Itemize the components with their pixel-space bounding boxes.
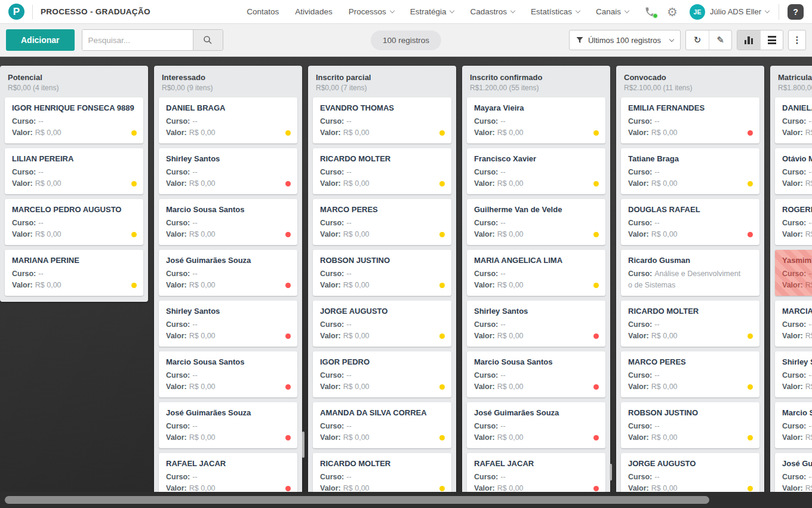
user-menu[interactable]: JE Júlio ADS Eller <box>690 4 769 20</box>
gear-icon[interactable]: ⚙ <box>667 6 678 18</box>
curso-label: Curso: <box>782 473 806 481</box>
filter-dropdown[interactable]: Últimos 100 registros <box>569 30 681 50</box>
kanban-card[interactable]: IGOR HENRIQUE FONSECA 9889Curso:--Valor:… <box>5 97 143 143</box>
logo-divider <box>32 5 33 19</box>
card-name: Shirley Santos <box>474 307 598 316</box>
kanban-column: Inscrito confirmadoR$1.200,00 (55 itens)… <box>462 66 610 508</box>
card-valor-row: Valor:R$ 0,00 <box>12 128 136 137</box>
kanban-card[interactable]: RICARDO MOLTERCurso:--Valor:R$ 0,00 <box>621 301 759 347</box>
curso-value: -- <box>346 219 351 227</box>
kanban-card[interactable]: IGOR PEDROCurso:--Valor:R$ 0,00 <box>313 351 451 397</box>
nav-item-estatisticas[interactable]: Estatísticas <box>531 7 580 16</box>
kanban-card[interactable]: Shirley SantosCurso:--Valor:R$ 0,00 <box>159 301 297 347</box>
kanban-card[interactable]: Marcio SouCurso:--Valor:R$ 0,00 <box>775 402 812 448</box>
add-button[interactable]: Adicionar <box>6 29 75 51</box>
card-name: MARIANA PERINE <box>12 256 136 265</box>
card-name: RICARDO MOLTER <box>628 307 752 316</box>
kanban-column: ConvocadoR$2.100,00 (11 itens)EMILIA FER… <box>616 66 764 508</box>
valor-value: R$ 0,00 <box>35 281 61 289</box>
kanban-card[interactable]: Mayara VieiraCurso:--Valor:R$ 0,00 <box>467 97 605 143</box>
kanban-card[interactable]: Marcio Sousa SantosCurso:--Valor:R$ 0,00 <box>159 199 297 245</box>
card-valor-row: Valor:R$ 0,00 <box>782 179 812 188</box>
column-subtotal: R$0,00 (4 itens) <box>8 84 140 92</box>
phone-icon[interactable] <box>644 6 656 18</box>
column-scrollbar[interactable] <box>610 464 612 481</box>
horizontal-scrollbar-track[interactable] <box>0 492 812 508</box>
search-input[interactable] <box>82 30 193 50</box>
kanban-card[interactable]: José Guimarães SouzaCurso:--Valor:R$ 0,0… <box>159 402 297 448</box>
nav-item-atividades[interactable]: Atividades <box>295 7 332 16</box>
kanban-card[interactable]: Francisco XavierCurso:--Valor:R$ 0,00 <box>467 148 605 194</box>
kanban-card[interactable]: DANIEL BRAGACurso:--Valor:R$ 0,00 <box>159 97 297 143</box>
app-logo[interactable]: P <box>8 4 24 20</box>
card-name: AMANDA DA SILVA CORREA <box>320 408 444 417</box>
kanban-card[interactable]: Yasmim CoCurso:--Valor:R$ 0,00 <box>775 250 812 296</box>
kanban-card[interactable]: Shirley SantosCurso:--Valor:R$ 0,00 <box>467 301 605 347</box>
kanban-column: Inscrito parcialR$0,00 (7 itens)EVANDRO … <box>308 66 456 508</box>
card-name: JORGE AUGUSTO <box>320 307 444 316</box>
kanban-view-button[interactable] <box>737 30 760 50</box>
kanban-card[interactable]: MARCIA LOCurso:--Valor:R$ 0,00 <box>775 301 812 347</box>
kanban-card[interactable]: MARIANA PERINECurso:--Valor:R$ 0,00 <box>5 250 143 296</box>
kanban-card[interactable]: ROBSON JUSTINOCurso:--Valor:R$ 0,00 <box>621 402 759 448</box>
edit-button[interactable]: ✎ <box>709 30 731 50</box>
nav-label: Contatos <box>247 7 279 16</box>
column-subtotal: R$1.800,00 ( <box>778 84 812 92</box>
kanban-card[interactable]: Shirley SantosCurso:--Valor:R$ 0,00 <box>159 148 297 194</box>
kanban-card[interactable]: ROGERIO CCurso:--Valor:R$ 0,00 <box>775 199 812 245</box>
valor-label: Valor: <box>782 128 803 137</box>
kanban-card[interactable]: LILIAN PEREIRACurso:--Valor:R$ 0,00 <box>5 148 143 194</box>
card-valor-row: Valor:R$ 0,00 <box>12 230 136 238</box>
card-name: Shirley San <box>782 357 812 366</box>
kanban-card[interactable]: EVANDRO THOMASCurso:--Valor:R$ 0,00 <box>313 97 451 143</box>
kanban-card[interactable]: MARCO PERESCurso:--Valor:R$ 0,00 <box>313 199 451 245</box>
nav-item-canais[interactable]: Canais <box>596 7 629 16</box>
column-header: ConvocadoR$2.100,00 (11 itens) <box>616 66 764 97</box>
kanban-card[interactable]: AMANDA DA SILVA CORREACurso:--Valor:R$ 0… <box>313 402 451 448</box>
card-valor-row: Valor:R$ 0,00 <box>474 128 598 137</box>
status-dot <box>748 435 753 440</box>
kanban-column: MatriculadoR$1.800,00 (DANIELA SCurso:--… <box>770 66 812 508</box>
more-options-button[interactable]: ⋮ <box>788 30 806 50</box>
kanban-card[interactable]: JORGE AUGUSTOCurso:--Valor:R$ 0,00 <box>313 301 451 347</box>
kanban-card[interactable]: RICARDO MOLTERCurso:--Valor:R$ 0,00 <box>313 148 451 194</box>
valor-value: R$ 0,00 <box>651 484 678 492</box>
nav-item-estrategia[interactable]: Estratégia <box>410 7 454 16</box>
nav-item-cadastros[interactable]: Cadastros <box>470 7 515 16</box>
curso-value: -- <box>500 270 505 278</box>
kanban-card[interactable]: MARCELO PEDRO AUGUSTOCurso:--Valor:R$ 0,… <box>5 199 143 245</box>
card-valor-row: Valor:R$ 0,00 <box>628 179 752 188</box>
list-view-button[interactable] <box>760 30 783 50</box>
kanban-card[interactable]: José Guimarães SouzaCurso:--Valor:R$ 0,0… <box>159 250 297 296</box>
curso-label: Curso: <box>628 320 652 329</box>
curso-label: Curso: <box>474 117 498 126</box>
kanban-card[interactable]: Marcio Sousa SantosCurso:--Valor:R$ 0,00 <box>467 351 605 397</box>
status-dot <box>593 232 599 237</box>
search-button[interactable] <box>193 30 223 50</box>
kanban-card[interactable]: Ricardo GusmanCurso:Análise e Desenvolvi… <box>621 250 759 296</box>
kanban-card[interactable]: Tatiane BragaCurso:--Valor:R$ 0,00 <box>621 148 759 194</box>
status-dot <box>285 435 291 440</box>
kanban-card[interactable]: DOUGLAS RAFAELCurso:--Valor:R$ 0,00 <box>621 199 759 245</box>
kanban-card[interactable]: Shirley SanCurso:--Valor:R$ 0,00 <box>775 351 812 397</box>
nav-item-contatos[interactable]: Contatos <box>247 7 279 16</box>
kanban-card[interactable]: DANIELA SCurso:--Valor:R$ 0,00 <box>775 97 812 143</box>
kanban-card[interactable]: Otávio MarCurso:--Valor:R$ 0,00 <box>775 148 812 194</box>
kanban-card[interactable]: EMILIA FERNANDESCurso:--Valor:R$ 0,00 <box>621 97 759 143</box>
horizontal-scrollbar-thumb[interactable] <box>5 496 709 504</box>
card-valor-row: Valor:R$ 0,00 <box>474 433 598 442</box>
kanban-card[interactable]: José Guimarães SouzaCurso:--Valor:R$ 0,0… <box>467 402 605 448</box>
kanban-card[interactable]: ROBSON JUSTINOCurso:--Valor:R$ 0,00 <box>313 250 451 296</box>
column-scrollbar[interactable] <box>302 432 304 458</box>
card-valor-row: Valor:R$ 0,00 <box>782 128 812 137</box>
refresh-button[interactable]: ↻ <box>686 30 709 50</box>
kanban-card[interactable]: Guilherme Van de VeldeCurso:--Valor:R$ 0… <box>467 199 605 245</box>
kanban-card[interactable]: MARCO PERESCurso:--Valor:R$ 0,00 <box>621 351 759 397</box>
help-button[interactable]: ? <box>788 4 804 20</box>
valor-label: Valor: <box>320 484 341 492</box>
card-curso-row: Curso:-- <box>628 422 752 430</box>
curso-label: Curso: <box>166 473 190 481</box>
nav-item-processos[interactable]: Processos <box>349 7 394 16</box>
kanban-card[interactable]: Marcio Sousa SantosCurso:--Valor:R$ 0,00 <box>159 351 297 397</box>
kanban-card[interactable]: MARIA ANGELICA LIMACurso:--Valor:R$ 0,00 <box>467 250 605 296</box>
